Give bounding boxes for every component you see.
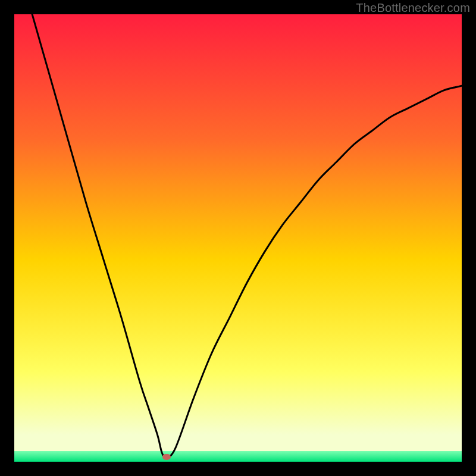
bottleneck-curve [14,14,462,462]
attribution-text: TheBottlenecker.com [356,1,470,15]
bottleneck-point-marker [162,454,171,460]
chart-frame: TheBottlenecker.com [0,0,476,476]
plot-area [14,14,462,462]
